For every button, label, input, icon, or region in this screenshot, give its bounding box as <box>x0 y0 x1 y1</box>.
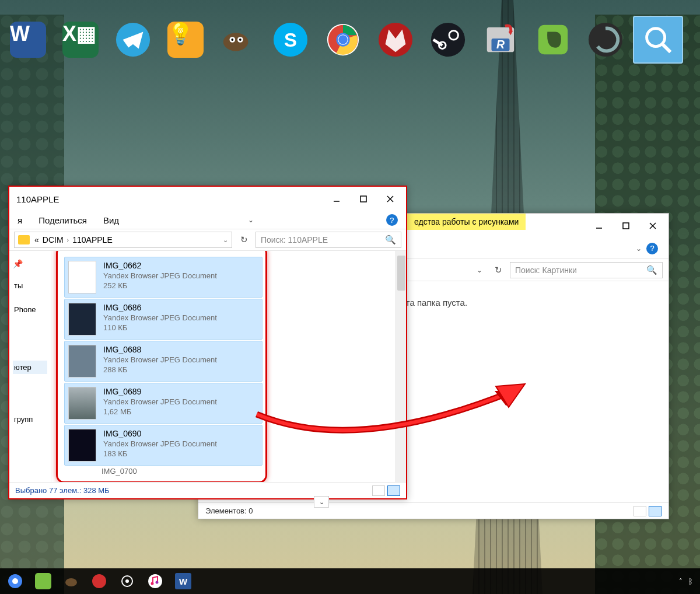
status-bar: Элементов: 0 <box>198 502 668 519</box>
settings-icon[interactable] <box>119 573 135 589</box>
svg-point-39 <box>92 574 106 588</box>
gimp-icon[interactable] <box>213 16 263 64</box>
address-path[interactable]: « DCIM › 110APPLE ⌄ <box>14 232 232 248</box>
tray-bluetooth-icon[interactable]: ᛒ <box>688 577 693 586</box>
file-name: IMG_0689 <box>103 387 257 396</box>
svg-rect-30 <box>360 196 366 202</box>
search-input[interactable]: Поиск: Картинки 🔍 <box>510 262 663 278</box>
tab-home-partial[interactable]: я <box>18 215 22 225</box>
evernote-icon[interactable] <box>35 573 51 589</box>
svg-point-36 <box>12 578 18 584</box>
word-icon[interactable]: W <box>3 16 53 64</box>
search-input[interactable]: Поиск: 110APPLE 🔍 <box>256 232 401 248</box>
word-icon[interactable]: W <box>175 573 191 589</box>
file-thumbnail <box>68 261 96 293</box>
ribbon-collapse-icon[interactable]: ⌄ <box>636 244 642 253</box>
revo-icon[interactable]: R <box>475 16 526 64</box>
nav-item-phone[interactable]: Phone <box>13 303 47 316</box>
file-name-peek: IMG_0700 <box>102 467 401 476</box>
refresh-button[interactable]: ↻ <box>236 232 252 248</box>
file-item[interactable]: IMG_0662Yandex Browser JPEG Document252 … <box>64 257 262 298</box>
file-type: Yandex Browser JPEG Document <box>103 439 257 448</box>
taskbar[interactable]: W ˄ ᛒ <box>0 568 700 594</box>
file-item[interactable]: IMG_0689Yandex Browser JPEG Document1,62… <box>64 383 262 424</box>
top-dock: W X▦ 💡 S R <box>0 15 687 64</box>
gimp-icon[interactable] <box>63 573 79 589</box>
file-item[interactable]: IMG_0688Yandex Browser JPEG Document288 … <box>64 341 262 382</box>
view-details-button[interactable] <box>372 485 385 496</box>
pin-icon[interactable]: 📌 <box>13 259 47 268</box>
svg-point-1 <box>223 33 249 51</box>
skype-icon[interactable]: S <box>265 16 316 64</box>
svg-point-42 <box>148 574 162 588</box>
telegram-icon[interactable] <box>108 16 158 64</box>
obs-icon[interactable] <box>580 16 631 64</box>
file-thumbnail <box>68 345 96 378</box>
minimize-button[interactable] <box>586 216 612 235</box>
scrollbar-thumb[interactable] <box>397 256 405 291</box>
svg-point-38 <box>65 578 77 586</box>
maximize-button[interactable] <box>350 190 377 208</box>
daemon-icon[interactable] <box>91 573 107 589</box>
help-icon[interactable]: ? <box>646 243 658 254</box>
excel-icon[interactable]: X▦ <box>55 16 106 64</box>
help-icon[interactable]: ? <box>386 214 398 226</box>
svg-text:W: W <box>179 576 188 586</box>
nav-item-computer[interactable]: ютер <box>13 361 47 374</box>
svg-rect-26 <box>623 223 629 229</box>
maximize-button[interactable] <box>612 216 639 235</box>
chevron-down-icon[interactable]: ⌄ <box>477 266 482 274</box>
search-placeholder: Поиск: 110APPLE <box>261 235 328 244</box>
evernote-icon[interactable] <box>528 16 578 64</box>
svg-point-14 <box>431 22 465 56</box>
svg-point-12 <box>338 35 348 44</box>
system-tray[interactable]: ˄ ᛒ <box>679 577 693 586</box>
tab-share[interactable]: Поделиться <box>38 215 87 225</box>
file-size: 288 КБ <box>103 365 257 374</box>
svg-text:R: R <box>496 37 505 50</box>
tray-overflow-icon[interactable]: ˄ <box>679 578 682 585</box>
file-type: Yandex Browser JPEG Document <box>103 397 257 406</box>
nav-item-group[interactable]: групп <box>13 413 47 426</box>
tab-view[interactable]: Вид <box>103 215 119 225</box>
file-size: 1,62 МБ <box>103 407 257 416</box>
breadcrumb-dcim[interactable]: DCIM <box>43 235 64 244</box>
vertical-scrollbar[interactable] <box>396 251 406 482</box>
daemon-icon[interactable] <box>370 16 421 64</box>
ribbon-collapse-icon[interactable]: ⌄ <box>248 216 254 224</box>
svg-point-43 <box>151 582 154 585</box>
refresh-button[interactable]: ↻ <box>490 262 506 278</box>
breadcrumb-110apple[interactable]: 110APPLE <box>72 235 113 244</box>
view-icons-button[interactable] <box>649 506 662 516</box>
file-name: IMG_0688 <box>103 345 257 354</box>
svg-point-5 <box>239 39 242 41</box>
nav-item[interactable]: ты <box>13 279 47 292</box>
explorer-window-110apple[interactable]: 110APPLE я Поделиться Вид ⌄ ? « DCIM › 1… <box>8 186 407 499</box>
view-icons-button[interactable] <box>387 485 400 496</box>
navigation-pane[interactable]: 📌 ты Phone ютер групп <box>9 251 51 482</box>
search-placeholder: Поиск: Картинки <box>515 265 577 275</box>
chrome-icon[interactable] <box>318 16 368 64</box>
tips-icon[interactable]: 💡 <box>160 16 211 64</box>
chevron-right-icon: › <box>67 236 69 243</box>
path-pre: « <box>34 235 39 244</box>
search-icon: 🔍 <box>646 265 657 275</box>
svg-rect-37 <box>35 573 51 589</box>
close-button[interactable] <box>377 190 404 208</box>
contextual-tab-pictures[interactable]: едства работы с рисунками <box>407 214 526 230</box>
steam-icon[interactable] <box>423 16 473 64</box>
file-type: Yandex Browser JPEG Document <box>103 271 257 280</box>
file-item[interactable]: IMG_0690Yandex Browser JPEG Document183 … <box>64 425 262 466</box>
titlebar[interactable]: 110APPLE <box>9 187 406 211</box>
file-item[interactable]: IMG_0686Yandex Browser JPEG Document110 … <box>64 299 262 340</box>
view-details-button[interactable] <box>634 506 646 516</box>
chrome-icon[interactable] <box>7 573 23 589</box>
close-button[interactable] <box>639 216 666 235</box>
dropdown-chevron[interactable]: ⌄ <box>314 496 329 508</box>
chevron-down-icon[interactable]: ⌄ <box>223 236 228 244</box>
file-name: IMG_0686 <box>103 303 257 312</box>
search-icon[interactable] <box>633 16 683 64</box>
itunes-icon[interactable] <box>147 573 163 589</box>
file-name: IMG_0690 <box>103 429 257 438</box>
minimize-button[interactable] <box>323 190 350 208</box>
